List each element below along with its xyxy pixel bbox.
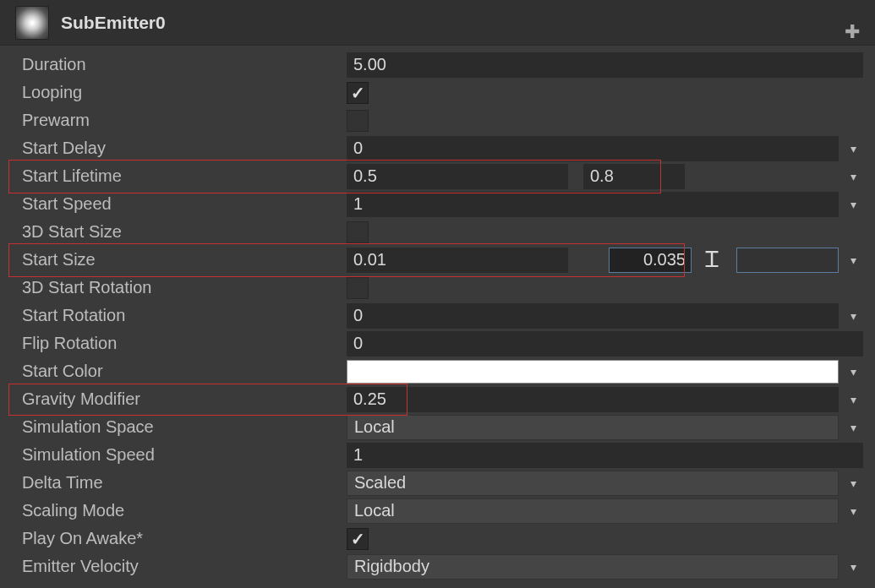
input-start-lifetime-min[interactable] [347, 164, 568, 189]
property-rows: Duration Looping Prewarm Start Delay ▾ [0, 46, 875, 580]
particle-preview-icon [15, 6, 49, 40]
checkbox-play-on-awake[interactable] [347, 528, 369, 550]
label-looping: Looping [22, 83, 347, 102]
label-delta-time: Delta Time [22, 473, 347, 493]
row-flip-rotation: Flip Rotation [0, 329, 875, 357]
row-looping: Looping [0, 79, 875, 106]
label-start-speed: Start Speed [22, 194, 347, 214]
label-start-rotation: Start Rotation [22, 306, 347, 325]
label-start-size: Start Size [22, 250, 347, 270]
label-3d-start-size: 3D Start Size [22, 222, 347, 242]
dropdown-delta-time-icon[interactable]: ▾ [844, 476, 863, 490]
row-simulation-space: Simulation Space Local ▾ [0, 413, 875, 441]
input-start-size-max[interactable]: 0.035 [609, 248, 692, 273]
label-start-delay: Start Delay [22, 139, 347, 158]
row-start-lifetime: Start Lifetime ▾ [0, 162, 875, 190]
input-gravity-modifier[interactable] [347, 387, 839, 412]
dropdown-start-lifetime-icon[interactable]: ▾ [844, 170, 863, 183]
row-start-size: Start Size 0.035 Ꮖ ▾ [0, 246, 875, 274]
input-start-rotation[interactable] [347, 303, 839, 329]
select-emitter-velocity[interactable]: Rigidbody [347, 554, 839, 580]
dropdown-gravity-modifier-icon[interactable]: ▾ [844, 393, 863, 406]
dropdown-start-delay-icon[interactable]: ▾ [844, 142, 863, 155]
checkbox-looping[interactable] [347, 82, 369, 104]
select-simulation-space[interactable]: Local [347, 415, 839, 440]
text-cursor-icon: Ꮖ [705, 247, 719, 273]
add-module-icon[interactable]: ✚ [845, 21, 860, 43]
row-duration: Duration [0, 51, 875, 79]
row-scaling-mode: Scaling Mode Local ▾ [0, 497, 875, 525]
label-play-on-awake: Play On Awake* [22, 529, 347, 548]
label-3d-start-rotation: 3D Start Rotation [22, 278, 347, 297]
dropdown-start-size-icon[interactable]: ▾ [844, 253, 863, 267]
dropdown-start-rotation-icon[interactable]: ▾ [844, 309, 863, 323]
label-duration: Duration [22, 55, 347, 74]
row-3d-start-rotation: 3D Start Rotation [0, 274, 875, 302]
label-emitter-velocity: Emitter Velocity [22, 557, 347, 576]
label-start-color: Start Color [22, 362, 347, 381]
dropdown-start-color-icon[interactable]: ▾ [844, 365, 863, 378]
label-prewarm: Prewarm [22, 111, 347, 130]
color-swatch-start-color[interactable] [347, 360, 839, 384]
row-prewarm: Prewarm [0, 106, 875, 134]
label-simulation-speed: Simulation Speed [22, 445, 347, 465]
row-start-color: Start Color ▾ [0, 357, 875, 385]
label-start-lifetime: Start Lifetime [22, 166, 347, 186]
row-delta-time: Delta Time Scaled ▾ [0, 469, 875, 497]
checkbox-prewarm[interactable] [347, 110, 369, 132]
dropdown-start-speed-icon[interactable]: ▾ [844, 198, 863, 211]
dropdown-emitter-velocity-icon[interactable]: ▾ [844, 560, 863, 574]
row-simulation-speed: Simulation Speed [0, 441, 875, 469]
select-delta-time[interactable]: Scaled [347, 471, 839, 496]
label-scaling-mode: Scaling Mode [22, 501, 347, 520]
input-simulation-speed[interactable] [347, 443, 863, 468]
select-scaling-mode[interactable]: Local [347, 498, 839, 524]
input-start-speed[interactable] [347, 192, 839, 217]
dropdown-scaling-mode-icon[interactable]: ▾ [844, 504, 863, 518]
row-play-on-awake: Play On Awake* [0, 525, 875, 553]
input-flip-rotation[interactable] [347, 331, 863, 357]
row-gravity-modifier: Gravity Modifier ▾ [0, 385, 875, 413]
checkbox-3d-start-rotation[interactable] [347, 277, 369, 299]
label-simulation-space: Simulation Space [22, 417, 347, 437]
dropdown-simulation-space-icon[interactable]: ▾ [844, 421, 863, 434]
module-title: SubEmitter0 [61, 13, 166, 33]
row-emitter-velocity: Emitter Velocity Rigidbody ▾ [0, 553, 875, 580]
input-start-lifetime-max[interactable] [583, 164, 685, 189]
row-start-delay: Start Delay ▾ [0, 134, 875, 162]
label-flip-rotation: Flip Rotation [22, 334, 347, 353]
checkbox-3d-start-size[interactable] [347, 221, 369, 243]
module-header[interactable]: SubEmitter0 ✚ [0, 0, 875, 46]
row-start-speed: Start Speed ▾ [0, 190, 875, 218]
input-start-size-extra[interactable] [736, 248, 839, 273]
row-start-rotation: Start Rotation ▾ [0, 302, 875, 329]
input-start-delay[interactable] [347, 136, 839, 161]
input-start-size-min[interactable] [347, 248, 568, 273]
input-duration[interactable] [347, 52, 863, 78]
row-3d-start-size: 3D Start Size [0, 218, 875, 246]
particle-system-panel: SubEmitter0 ✚ Duration Looping Prewarm [0, 0, 875, 588]
label-gravity-modifier: Gravity Modifier [22, 389, 347, 409]
